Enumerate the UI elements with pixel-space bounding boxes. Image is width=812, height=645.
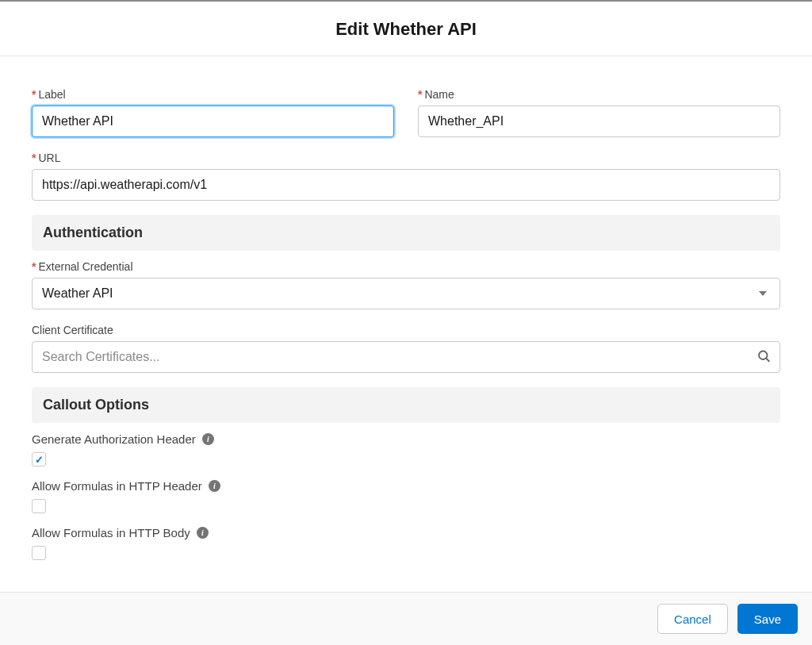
label-field-group: Label: [32, 88, 394, 137]
cancel-button[interactable]: Cancel: [657, 604, 728, 634]
label-input[interactable]: [32, 106, 394, 137]
allow-formulas-header-checkbox[interactable]: [32, 499, 46, 513]
external-credential-select[interactable]: Weather API: [32, 278, 780, 309]
allow-formulas-body-option: Allow Formulas in HTTP Body i: [32, 526, 780, 560]
allow-formulas-body-checkbox[interactable]: [32, 546, 46, 560]
chevron-down-icon: [759, 291, 767, 296]
url-input[interactable]: [32, 169, 780, 201]
external-credential-value: Weather API: [42, 286, 113, 301]
info-icon[interactable]: i: [209, 480, 220, 492]
client-certificate-search[interactable]: [32, 341, 780, 373]
external-credential-label: External Credential: [32, 260, 780, 273]
authentication-heading: Authentication: [43, 225, 769, 241]
allow-formulas-header-label: Allow Formulas in HTTP Header: [32, 479, 202, 493]
info-icon[interactable]: i: [202, 433, 214, 445]
client-certificate-label: Client Certificate: [32, 324, 780, 336]
dialog-footer: Cancel Save: [0, 592, 812, 644]
external-credential-field-group: External Credential Weather API: [32, 260, 780, 309]
gen-auth-header-option: Generate Authorization Header i: [32, 432, 780, 466]
dialog-title: Edit Whether API: [0, 19, 812, 40]
callout-options-section-header: Callout Options: [32, 387, 780, 423]
url-field-group: URL: [32, 152, 780, 201]
client-certificate-field-group: Client Certificate: [32, 324, 780, 373]
save-button[interactable]: Save: [737, 604, 798, 634]
gen-auth-header-label: Generate Authorization Header: [32, 432, 196, 446]
url-label: URL: [32, 152, 780, 164]
info-icon[interactable]: i: [197, 527, 209, 539]
authentication-section-header: Authentication: [32, 215, 780, 251]
label-label: Label: [32, 88, 394, 101]
allow-formulas-body-label: Allow Formulas in HTTP Body: [32, 526, 190, 539]
gen-auth-header-checkbox[interactable]: [32, 452, 46, 466]
callout-options-heading: Callout Options: [43, 397, 769, 413]
allow-formulas-header-option: Allow Formulas in HTTP Header i: [32, 479, 780, 513]
dialog-body: Label Name URL Authentication External C…: [0, 56, 812, 644]
dialog-header: Edit Whether API: [0, 0, 812, 56]
name-input[interactable]: [418, 106, 780, 137]
name-label: Name: [418, 88, 780, 101]
name-field-group: Name: [418, 88, 780, 137]
